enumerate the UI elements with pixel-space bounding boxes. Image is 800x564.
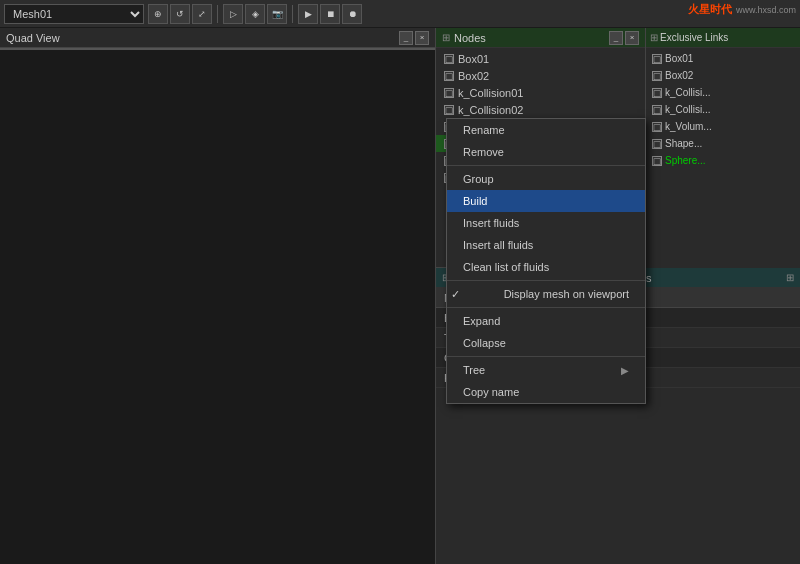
viewport-top[interactable]: top Sphere01 PAR:970 Box01 V:8 F:12 Box0… [0,48,435,50]
ctx-rename[interactable]: Rename [447,119,645,141]
node-item-box01[interactable]: □ Box01 [436,50,645,67]
excl-label: k_Collisi... [665,87,711,98]
exclusive-links-title: Exclusive Links [660,32,728,43]
excl-icon: □ [652,122,662,132]
ctx-remove[interactable]: Remove [447,141,645,163]
nodes-controls: _ × [609,31,639,45]
quad-view-title: Quad View [6,32,60,44]
excl-item-box01[interactable]: □ Box01 [646,50,800,67]
excl-label: k_Collisi... [665,104,711,115]
excl-icon: □ [652,71,662,81]
scale-icon[interactable]: ⤢ [192,4,212,24]
ctx-collapse[interactable]: Collapse [447,332,645,354]
brand-text: 火星时代 [688,2,732,17]
ctx-copy-name[interactable]: Copy name [447,381,645,403]
excl-item-kcollisi1[interactable]: □ k_Collisi... [646,84,800,101]
toolbar-icons: ⊕ ↺ ⤢ ▷ ◈ 📷 ▶ ⏹ ⏺ [148,4,362,24]
node-item-box02[interactable]: □ Box02 [436,67,645,84]
excl-icon: □ [652,139,662,149]
stop-icon[interactable]: ⏹ [320,4,340,24]
excl-label: Box02 [665,70,693,81]
rotate-icon[interactable]: ↺ [170,4,190,24]
nodes-minimize[interactable]: _ [609,31,623,45]
ctx-sep-1 [447,165,645,166]
node-label: k_Collision02 [458,104,523,116]
excl-item-kvolum[interactable]: □ k_Volum... [646,118,800,135]
exclusive-links-panel: ⊞ Exclusive Links □ Box01 □ Box02 □ k_Co… [645,28,800,268]
mesh-dropdown[interactable]: Mesh01Mesh01 [4,4,144,24]
params-grid-icon2: ⊞ [786,272,794,283]
nodes-grid-icon: ⊞ [442,32,450,43]
main-layout: Quad View _ × [0,28,800,564]
node-icon: □ [444,54,454,64]
excl-label: k_Volum... [665,121,712,132]
ctx-tree[interactable]: Tree ▶ [447,359,645,381]
watermark: 火星时代 www.hxsd.com [688,2,796,17]
move-icon[interactable]: ⊕ [148,4,168,24]
ctx-expand[interactable]: Expand [447,310,645,332]
ctx-insert-fluids[interactable]: Insert fluids [447,212,645,234]
excl-icon: □ [652,105,662,115]
select-icon[interactable]: ▷ [223,4,243,24]
node-label: Box02 [458,70,489,82]
top-toolbar: Mesh01Mesh01 ⊕ ↺ ⤢ ▷ ◈ 📷 ▶ ⏹ ⏺ 火星时代 www.… [0,0,800,28]
excl-item-shape[interactable]: □ Shape... [646,135,800,152]
excl-grid-icon: ⊞ [650,32,658,43]
nodes-title: Nodes [454,32,486,44]
excl-label: Shape... [665,138,702,149]
excl-item-box02[interactable]: □ Box02 [646,67,800,84]
toolbar-separator-2 [292,5,293,23]
excl-icon: □ [652,54,662,64]
nodes-header: ⊞ Nodes _ × [436,28,645,48]
ctx-clean-list[interactable]: Clean list of fluids [447,256,645,278]
ctx-submenu-arrow: ▶ [621,365,629,376]
ctx-build[interactable]: Build [447,190,645,212]
ctx-group[interactable]: Group [447,168,645,190]
node-label: k_Collision01 [458,87,523,99]
excl-item-sphere[interactable]: □ Sphere... [646,152,800,169]
quad-view-minimize[interactable]: _ [399,31,413,45]
node-item-kcollision02[interactable]: □ k_Collision02 [436,101,645,118]
quad-view-header: Quad View _ × [0,28,435,48]
record-icon[interactable]: ⏺ [342,4,362,24]
excl-icon: □ [652,88,662,98]
context-menu: Rename Remove Group Build Insert fluids … [446,118,646,404]
excl-label: Box01 [665,53,693,64]
excl-icon: □ [652,156,662,166]
nodes-close[interactable]: × [625,31,639,45]
toolbar-separator-1 [217,5,218,23]
ctx-display-mesh[interactable]: Display mesh on viewport [447,283,645,305]
play-icon[interactable]: ▶ [298,4,318,24]
excl-item-kcollisi2[interactable]: □ k_Collisi... [646,101,800,118]
exclusive-links-list: □ Box01 □ Box02 □ k_Collisi... □ k_Colli… [646,48,800,171]
excl-label: Sphere... [665,155,706,166]
quad-view-close[interactable]: × [415,31,429,45]
node-item-kcollision01[interactable]: □ k_Collision01 [436,84,645,101]
node-label: Box01 [458,53,489,65]
ctx-sep-2 [447,280,645,281]
quad-view: Quad View _ × [0,28,436,564]
ctx-sep-4 [447,356,645,357]
ctx-sep-3 [447,307,645,308]
brand-url: www.hxsd.com [736,5,796,15]
exclusive-links-header: ⊞ Exclusive Links [646,28,800,48]
node-icon: □ [444,71,454,81]
render-icon[interactable]: ◈ [245,4,265,24]
node-icon: □ [444,105,454,115]
camera-icon[interactable]: 📷 [267,4,287,24]
node-icon: □ [444,88,454,98]
quad-view-controls: _ × [399,31,429,45]
ctx-insert-all-fluids[interactable]: Insert all fluids [447,234,645,256]
